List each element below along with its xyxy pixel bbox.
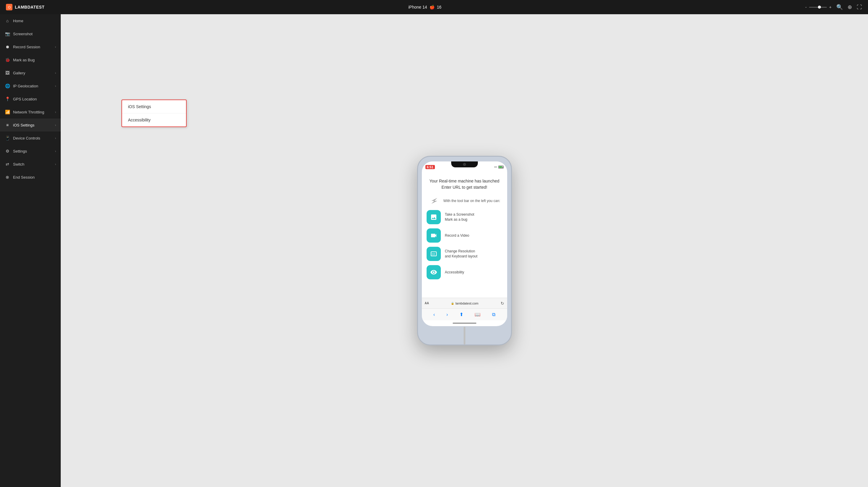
phone-nav-bar: ‹ › ⬆ 📖 ⧉ (422, 308, 507, 320)
phone-home-indicator (422, 320, 507, 326)
record-icon: ⏺ (5, 44, 10, 50)
resolution-icon (430, 250, 437, 257)
topbar-controls: - + 🔍 ⊕ ⛶ (805, 4, 862, 10)
sidebar-item-ios-settings[interactable]: ≡ iOS Settings › (0, 119, 61, 131)
battery-tip (502, 166, 503, 168)
geolocation-icon: 🌐 (5, 83, 10, 89)
sidebar-label-network: Network Throttling (13, 110, 44, 114)
phone-feature-resolution: Change Resolutionand Keyboard layout (427, 247, 502, 261)
settings-chevron-icon: › (55, 150, 56, 153)
end-icon: ⊗ (5, 175, 10, 180)
back-button[interactable]: ‹ (433, 312, 435, 317)
geo-chevron-icon: › (55, 85, 56, 88)
search-button[interactable]: 🔍 (836, 4, 843, 10)
topbar-device-info: iPhone 14 🍎 16 (408, 5, 441, 9)
sidebar-item-switch[interactable]: ⇄ Switch › (0, 158, 61, 171)
sidebar-item-gps-location[interactable]: 📍 GPS Location (0, 92, 61, 105)
share-button[interactable]: ⬆ (460, 312, 463, 317)
phone-address-bar: AA 🔒 lambdatest.com ↻ (422, 298, 507, 308)
zoom-controls[interactable]: - + (805, 5, 832, 9)
tabs-button[interactable]: ⧉ (492, 312, 495, 317)
battery-fill (499, 166, 502, 168)
sidebar-label-settings: Settings (13, 149, 27, 153)
url-text: lambdatest.com (455, 302, 478, 305)
apple-icon: 🍎 (430, 5, 435, 9)
sidebar-item-device-controls[interactable]: 📱 Device Controls › (0, 131, 61, 145)
sidebar-label-bug: Mark as Bug (13, 58, 35, 62)
submenu-item-accessibility[interactable]: Accessibility (122, 114, 186, 126)
device-name: iPhone 14 (408, 5, 427, 9)
sidebar-label-home: Home (13, 19, 23, 23)
record-chevron-icon: › (55, 45, 56, 49)
sidebar-item-end-session[interactable]: ⊗ End Session (0, 171, 61, 184)
bookmarks-button[interactable]: 📖 (474, 312, 480, 317)
switch-icon: ⇄ (5, 161, 10, 167)
sidebar-item-record-session[interactable]: ⏺ Record Session › (0, 40, 61, 53)
record-feature-text: Record a Video (445, 233, 470, 238)
accessibility-feature-text: Accessibility (445, 270, 464, 275)
sidebar-label-ios: iOS Settings (13, 123, 34, 127)
home-icon: ⌂ (5, 18, 10, 23)
zoom-plus[interactable]: + (829, 5, 832, 9)
sidebar-label-end: End Session (13, 175, 35, 180)
zoom-fit-button[interactable]: ⊕ (847, 4, 852, 10)
phone-feature-accessibility: Accessibility (427, 265, 502, 279)
sidebar-item-network-throttling[interactable]: 📶 Network Throttling › (0, 105, 61, 119)
sidebar-item-screenshot[interactable]: 📷 Screenshot (0, 27, 61, 40)
sidebar-item-ip-geolocation[interactable]: 🌐 IP Geolocation › (0, 80, 61, 92)
phone-content: Your Real-time machine has launched Ente… (422, 171, 507, 298)
phone-intro-text: Your Real-time machine has launched Ente… (427, 178, 502, 190)
content-area: iOS Settings Accessibility 6:51 ••• (61, 14, 868, 487)
resolution-feature-text: Change Resolutionand Keyboard layout (445, 249, 477, 259)
sidebar-label-geo: IP Geolocation (13, 84, 38, 88)
main-layout: ⌂ Home 📷 Screenshot ⏺ Record Session › 🐞… (0, 14, 868, 487)
record-feature-icon-box (427, 229, 441, 243)
expand-button[interactable]: ⛶ (857, 4, 862, 10)
lock-icon: 🔒 (451, 302, 454, 305)
home-bar (453, 323, 476, 324)
zoom-thumb (818, 6, 821, 8)
phone-feature-record: Record a Video (427, 229, 502, 243)
sidebar-label-gps: GPS Location (13, 97, 37, 101)
sidebar-item-home[interactable]: ⌂ Home (0, 14, 61, 27)
address-aa: AA (425, 302, 429, 305)
os-version: 16 (437, 5, 442, 9)
settings-icon: ⚙ (5, 148, 10, 154)
phone-status-bar: 6:51 ••• (422, 161, 507, 171)
screenshot-icon: 📷 (5, 31, 10, 36)
phone-notch (451, 161, 478, 168)
zoom-minus[interactable]: - (805, 5, 807, 9)
gps-icon: 📍 (5, 96, 10, 101)
refresh-icon[interactable]: ↻ (501, 301, 504, 306)
toolbar-hint-text: With the tool bar on the left you can: (443, 199, 500, 204)
zoom-slider[interactable] (809, 7, 827, 8)
gallery-chevron-icon: › (55, 71, 56, 74)
phone-url[interactable]: 🔒 lambdatest.com (431, 302, 498, 305)
toolbar-hint-icon (428, 196, 440, 205)
submenu-item-ios-settings[interactable]: iOS Settings (122, 100, 186, 114)
topbar-logo-text: LAMBDATEST (15, 5, 44, 9)
forward-button[interactable]: › (446, 312, 448, 317)
screenshot-feature-text: Take a ScreenshotMark as a bug (445, 212, 474, 222)
usb-cable (464, 327, 465, 344)
accessibility-feature-icon-box (427, 265, 441, 279)
sidebar: ⌂ Home 📷 Screenshot ⏺ Record Session › 🐞… (0, 14, 61, 487)
sidebar-label-device: Device Controls (13, 136, 40, 141)
signal-icon: ••• (494, 165, 497, 169)
network-chevron-icon: › (55, 111, 56, 114)
sidebar-item-settings[interactable]: ⚙ Settings › (0, 145, 61, 158)
topbar: ⬡ LAMBDATEST iPhone 14 🍎 16 - + 🔍 ⊕ ⛶ (0, 0, 868, 14)
phone-screen: 6:51 ••• Your Real-time machine has laun… (422, 161, 507, 326)
sidebar-item-mark-as-bug[interactable]: 🐞 Mark as Bug (0, 53, 61, 66)
device-chevron-icon: › (55, 136, 56, 140)
switch-chevron-icon: › (55, 163, 56, 166)
gallery-icon: 🖼 (5, 70, 10, 75)
device-icon: 📱 (5, 135, 10, 141)
phone-toolbar-hint: With the tool bar on the left you can: (427, 196, 501, 205)
front-camera (463, 163, 466, 166)
sidebar-item-gallery[interactable]: 🖼 Gallery › (0, 66, 61, 80)
video-icon (430, 232, 437, 239)
sidebar-label-gallery: Gallery (13, 71, 25, 75)
network-icon: 📶 (5, 109, 10, 115)
phone-status-right: ••• (494, 165, 503, 169)
